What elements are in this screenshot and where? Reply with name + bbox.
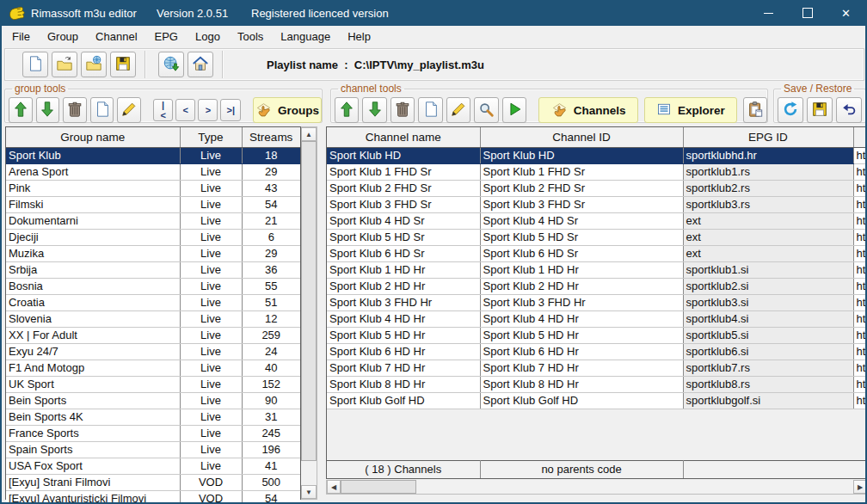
delete-group-button[interactable] [63,97,87,123]
table-row[interactable]: Sport Klub 6 HD HrSport Klub 6 HD Hrspor… [327,344,867,360]
first-group-button[interactable]: |< [153,99,173,121]
prev-group-button[interactable]: < [175,99,195,121]
table-row[interactable]: [Exyu] Strani FilmoviVOD500 [6,475,300,491]
cell: http [853,344,867,360]
new-channel-button[interactable] [418,97,442,123]
table-row[interactable]: France SportsLive245 [6,426,300,442]
cell: http [853,230,867,246]
table-row[interactable]: CroatiaLive51 [6,295,300,311]
maximize-button[interactable] [788,0,827,26]
menu-tools[interactable]: Tools [232,28,268,46]
save-playlist-button[interactable] [110,52,136,77]
table-row[interactable]: Exyu 24/7Live24 [6,344,300,360]
table-row[interactable]: UK SportLive152 [6,377,300,393]
table-row[interactable]: MuzikaLive29 [6,246,300,262]
table-row[interactable]: Arena SportLive29 [6,164,300,181]
table-row[interactable]: Bein SportsLive90 [6,393,300,409]
undo-button[interactable] [836,97,862,123]
table-row[interactable]: F1 And MotogpLive40 [6,360,300,377]
scroll-right-button[interactable]: ▶ [853,480,867,494]
last-group-button[interactable]: >| [220,99,241,121]
save-floppy-icon [114,55,132,75]
menu-group[interactable]: Group [42,28,83,46]
table-row[interactable]: Sport Klub 3 FHD HrSport Klub 3 FHD Hrsp… [327,295,867,311]
cell: 12 [242,311,300,328]
scroll-left-button[interactable]: ◀ [327,480,341,494]
table-row[interactable]: Sport Klub 2 HD HrSport Klub 2 HD Hrspor… [327,279,867,295]
restore-button[interactable] [778,97,803,123]
search-channel-button[interactable] [474,97,498,123]
explorer-button[interactable]: Explorer [644,97,736,123]
table-row[interactable]: Sport Klub 5 HD HrSport Klub 5 HD Hrspor… [327,328,867,344]
move-group-up-button[interactable] [9,97,33,123]
table-row[interactable]: DokumentarniLive21 [6,213,300,230]
table-row[interactable]: Sport Klub 7 HD HrSport Klub 7 HD Hrspor… [327,360,867,377]
cell: Live [180,230,242,246]
groups-scrollbar[interactable]: ▲ ▼ [301,126,317,500]
menu-help[interactable]: Help [342,28,376,46]
cell: 36 [242,262,300,279]
table-row[interactable]: Sport KlubLive18 [6,148,300,164]
move-channel-down-button[interactable] [362,97,386,123]
table-row[interactable]: Sport Klub HDSport Klub HDsportklubhd.hr… [327,148,867,164]
table-row[interactable]: Sport Klub 3 FHD SrSport Klub 3 FHD Srsp… [327,197,867,213]
channel-tools-legend: channel tools [338,83,404,95]
channels-horizontal-scrollbar[interactable]: ◀ ▶ [326,480,867,495]
menu-epg[interactable]: EPG [150,28,183,46]
new-group-button[interactable] [90,97,114,123]
save-button[interactable] [807,97,833,123]
new-file-button[interactable] [22,52,48,77]
open-playlist-button[interactable] [52,52,77,77]
table-row[interactable]: PinkLive43 [6,181,300,197]
open-url-button[interactable] [81,52,107,77]
table-row[interactable]: Spain SportsLive196 [6,442,300,458]
table-row[interactable]: Sport Klub 5 HD SrSport Klub 5 HD Srexth… [327,230,867,246]
group-tools-box: group tools |< < > >| Groups [4,83,323,123]
table-row[interactable]: Sport Klub 2 FHD SrSport Klub 2 FHD Srsp… [327,181,867,197]
cell: Dokumentarni [6,213,180,230]
table-row[interactable]: [Exyu] Avanturisticki FilmoviVOD54 [6,491,300,504]
cell: sportklub1.si [683,262,853,279]
home-button[interactable] [188,52,213,77]
play-channel-button[interactable] [502,97,526,123]
menu-channel[interactable]: Channel [90,28,142,46]
paste-button[interactable] [743,97,767,123]
scroll-down-button[interactable]: ▼ [301,485,317,499]
download-button[interactable] [158,52,184,77]
next-group-button[interactable]: > [198,99,218,121]
scroll-up-button[interactable]: ▲ [301,127,317,141]
table-row[interactable]: BosniaLive55 [6,279,300,295]
scrollbar-thumb[interactable] [301,141,317,461]
cell: http [853,164,867,181]
table-row[interactable]: SrbijaLive36 [6,262,300,279]
edit-group-button[interactable] [117,97,141,123]
table-row[interactable]: DjecijiLive6 [6,230,300,246]
close-button[interactable]: ✕ [827,0,865,26]
table-row[interactable]: FilmskiLive54 [6,197,300,213]
table-row[interactable]: SloveniaLive12 [6,311,300,328]
scrollbar-thumb[interactable] [341,480,416,494]
table-row[interactable]: Sport Klub 4 HD HrSport Klub 4 HD Hrspor… [327,311,867,328]
table-row[interactable]: Sport Klub Golf HDSport Klub Golf HDspor… [327,393,867,409]
table-row[interactable]: Sport Klub 8 HD HrSport Klub 8 HD Hrspor… [327,377,867,393]
menu-logo[interactable]: Logo [190,28,225,46]
cell: 152 [242,377,300,393]
table-row[interactable]: Sport Klub 6 HD SrSport Klub 6 HD Srexth… [327,246,867,262]
move-channel-up-button[interactable] [335,97,359,123]
table-row[interactable]: Sport Klub 4 HD SrSport Klub 4 HD Srexth… [327,213,867,230]
move-group-down-button[interactable] [36,97,60,123]
menu-file[interactable]: File [7,28,35,46]
menu-language[interactable]: Language [275,28,335,46]
table-row[interactable]: Sport Klub 1 FHD SrSport Klub 1 FHD Srsp… [327,164,867,181]
triangle-down-icon: ▼ [305,489,312,496]
edit-channel-button[interactable] [446,97,470,123]
delete-channel-button[interactable] [390,97,415,123]
groups-button[interactable]: Groups [253,97,322,123]
minimize-button[interactable] [749,0,788,26]
save-floppy-icon [811,101,828,120]
table-row[interactable]: XX | For AdultLive259 [6,328,300,344]
table-row[interactable]: USA Fox SportLive41 [6,458,300,475]
channels-button[interactable]: Channels [538,97,638,123]
table-row[interactable]: Bein Sports 4KLive31 [6,409,300,426]
table-row[interactable]: Sport Klub 1 HD HrSport Klub 1 HD Hrspor… [327,262,867,279]
